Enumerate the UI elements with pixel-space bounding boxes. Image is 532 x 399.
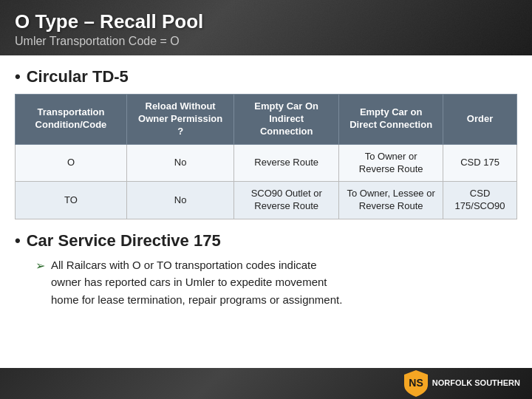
col-header-code: Transportation Condition/Code (16, 95, 127, 145)
row2-code: TO (16, 182, 127, 219)
page-title: O Type – Recall Pool (15, 10, 517, 33)
col-header-direct: Empty Car on Direct Connection (339, 95, 443, 145)
col-header-order: Order (443, 95, 517, 145)
section2-body: ➢ All Railcars with O or TO transportati… (35, 256, 517, 308)
table-row: TO No SCO90 Outlet or Reverse Route To O… (16, 182, 517, 219)
row1-order: CSD 175 (443, 144, 517, 182)
col-header-reload: Reload Without Owner Permission ? (126, 95, 233, 145)
row2-direct: To Owner, Lessee or Reverse Route (339, 182, 443, 219)
row2-indirect: SCO90 Outlet or Reverse Route (234, 182, 339, 219)
section1-heading: • Circular TD-5 (15, 67, 517, 86)
footer: NS NORFOLK SOUTHERN (0, 368, 532, 399)
main-content: • Circular TD-5 Transportation Condition… (0, 55, 532, 318)
body-line3: home for lease termination, repair progr… (51, 293, 342, 306)
row1-code: O (16, 144, 127, 182)
bullet-1: • (15, 67, 21, 86)
company-name: NORFOLK SOUTHERN (432, 378, 520, 388)
body-lines: All Railcars with O or TO transportation… (51, 256, 342, 308)
company-logo: NS NORFOLK SOUTHERN (404, 370, 520, 397)
bullet-2: • (15, 231, 21, 250)
row2-order: CSD 175/SCO90 (443, 182, 517, 219)
ns-shield-icon: NS (404, 370, 428, 397)
header: O Type – Recall Pool Umler Transportatio… (0, 0, 532, 55)
body-line2: owner has reported cars in Umler to expe… (51, 276, 327, 288)
row1-reload: No (126, 144, 233, 182)
page-subtitle: Umler Transportation Code = O (15, 35, 517, 48)
col-header-indirect: Empty Car On Indirect Connection (234, 95, 339, 145)
svg-text:NS: NS (409, 377, 423, 389)
row1-direct: To Owner or Reverse Route (339, 144, 443, 182)
arrow-item: ➢ All Railcars with O or TO transportati… (35, 256, 517, 308)
section2-title: Car Service Directive 175 (27, 231, 221, 250)
row2-reload: No (126, 182, 233, 219)
body-line1: All Railcars with O or TO transportation… (51, 259, 317, 271)
arrow-icon: ➢ (35, 257, 45, 276)
section1-title: Circular TD-5 (27, 67, 129, 86)
table-header-row: Transportation Condition/Code Reload Wit… (16, 95, 517, 145)
transport-table: Transportation Condition/Code Reload Wit… (15, 94, 517, 219)
row1-indirect: Reverse Route (234, 144, 339, 182)
table-row: O No Reverse Route To Owner or Reverse R… (16, 144, 517, 182)
section2-heading: • Car Service Directive 175 (15, 231, 517, 250)
